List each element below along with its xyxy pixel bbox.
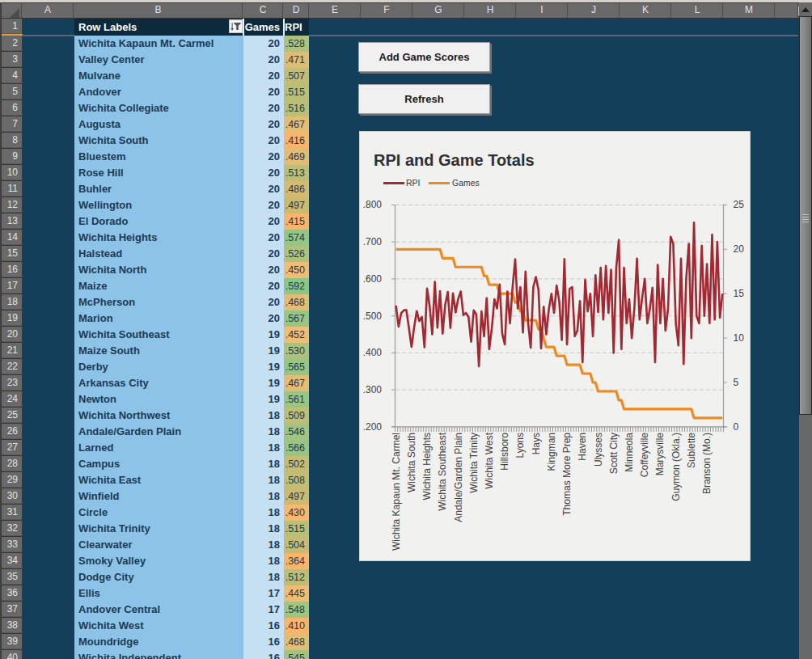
svg-text:Wichita Trinity: Wichita Trinity [468, 433, 480, 493]
svg-text:Kingman: Kingman [546, 433, 557, 471]
svg-text:Wichita West: Wichita West [484, 432, 495, 488]
svg-text:Coffeyville: Coffeyville [639, 433, 650, 477]
svg-text:.600: .600 [363, 273, 383, 285]
svg-text:.300: .300 [363, 384, 383, 395]
svg-text:20: 20 [734, 243, 745, 255]
svg-text:.800: .800 [363, 199, 383, 210]
svg-text:.700: .700 [363, 236, 383, 247]
svg-text:Wichita Southeast: Wichita Southeast [437, 432, 448, 510]
svg-text:5: 5 [734, 377, 739, 388]
svg-text:Hillsboro: Hillsboro [499, 433, 510, 471]
svg-text:Branson (Mo.): Branson (Mo.) [701, 433, 713, 494]
svg-text:10: 10 [734, 332, 745, 344]
svg-text:Wichita Kapaun Mt. Carmel: Wichita Kapaun Mt. Carmel [391, 433, 402, 551]
svg-text:Wichita South: Wichita South [406, 433, 417, 492]
svg-text:.200: .200 [363, 421, 383, 433]
svg-text:Guymon (Okla.): Guymon (Okla.) [670, 433, 682, 501]
svg-text:Sublette: Sublette [686, 433, 697, 468]
svg-text:Lyons: Lyons [514, 433, 526, 458]
svg-text:Marysville: Marysville [654, 433, 666, 476]
svg-text:Thomas More Prep: Thomas More Prep [561, 433, 573, 516]
svg-text:25: 25 [734, 199, 745, 210]
svg-text:.500: .500 [363, 310, 383, 322]
svg-text:15: 15 [734, 288, 745, 299]
svg-text:Haven: Haven [577, 433, 588, 461]
svg-text:Andale/Garden Plain: Andale/Garden Plain [453, 433, 464, 522]
svg-text:.400: .400 [363, 347, 383, 358]
svg-text:Scott City: Scott City [608, 433, 620, 474]
svg-text:Hays: Hays [531, 433, 542, 454]
svg-text:Ulysses: Ulysses [593, 433, 604, 467]
svg-text:Minneola: Minneola [624, 433, 635, 472]
svg-text:Wichita Heights: Wichita Heights [421, 433, 433, 500]
svg-text:0: 0 [734, 421, 739, 433]
